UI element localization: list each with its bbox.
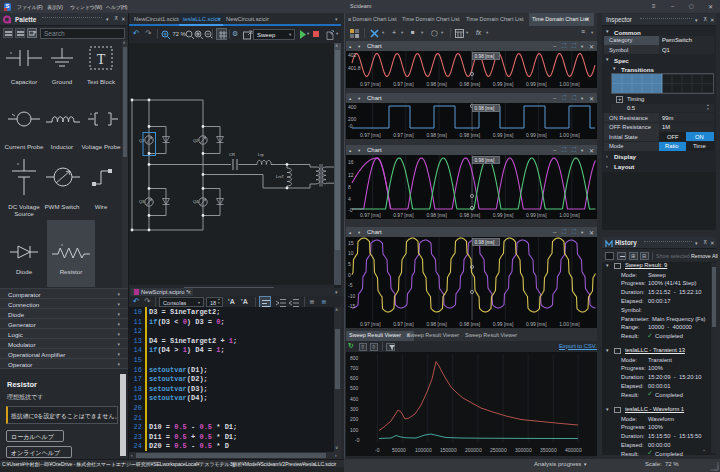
svg-text:CR: CR xyxy=(229,152,235,157)
svg-text:Q4: Q4 xyxy=(193,199,199,204)
svg-text:Lrp: Lrp xyxy=(258,152,265,157)
svg-text:Q2: Q2 xyxy=(193,138,199,143)
svg-text:LrsT: LrsT xyxy=(276,174,285,179)
svg-text:Q3: Q3 xyxy=(139,199,145,204)
svg-text:Q1: Q1 xyxy=(139,138,145,143)
svg-text:T: T xyxy=(97,52,106,67)
